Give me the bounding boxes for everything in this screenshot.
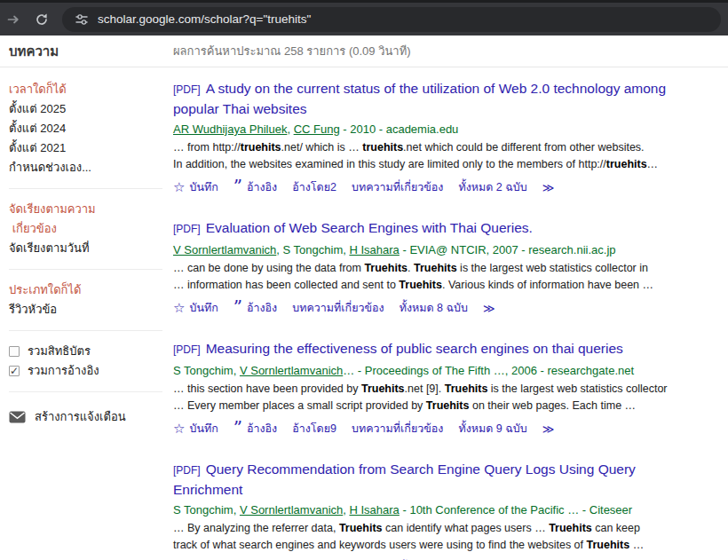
chevrons-icon: ≫ bbox=[542, 422, 554, 436]
author-link[interactable]: CC Fung bbox=[294, 122, 340, 136]
pdf-tag: [PDF] bbox=[173, 83, 201, 96]
checkbox-label: รวมการอ้างอิง bbox=[28, 361, 99, 381]
star-icon: ☆ bbox=[173, 181, 185, 193]
pdf-tag: [PDF] bbox=[173, 343, 201, 356]
result-authors: AR Wudhijaya Philuek, CC Fung - 2010 - a… bbox=[173, 121, 728, 138]
more-options-link[interactable]: ≫ bbox=[542, 422, 554, 436]
all-versions-link[interactable]: ทั้งหมด 8 ฉบับ bbox=[400, 299, 468, 317]
forward-arrow-icon bbox=[6, 12, 20, 27]
result-snippet: … this section have been provided by Tru… bbox=[173, 381, 728, 414]
star-icon: ☆ bbox=[173, 302, 185, 314]
cite-link[interactable]: ”อ้างอิง bbox=[233, 420, 277, 438]
related-articles-link[interactable]: บทความที่เกี่ยวข้อง bbox=[352, 420, 443, 438]
checkbox-include-patents[interactable]: รวมสิทธิบัตร bbox=[9, 342, 173, 361]
action-label: อ้างโดย2 bbox=[292, 178, 336, 196]
sidebar-item-since-2024[interactable]: ตั้งแต่ 2024 bbox=[9, 119, 173, 138]
browser-toolbar: scholar.google.com/scholar?q="truehits" bbox=[0, 0, 728, 35]
action-label: อ้างอิง bbox=[247, 420, 277, 438]
star-icon: ☆ bbox=[173, 422, 185, 435]
pdf-tag: [PDF] bbox=[173, 223, 201, 235]
action-label: บันทึก bbox=[189, 420, 218, 438]
result-snippet: … from http://truehits.net/ which is … t… bbox=[173, 139, 728, 173]
envelope-icon bbox=[9, 411, 26, 423]
create-alert-button[interactable]: สร้างการแจ้งเตือน bbox=[9, 407, 173, 426]
cited-by-link[interactable]: อ้างโดย9 bbox=[292, 420, 336, 438]
result-authors: S Tongchim, V Sornlertlamvanich, H Isaha… bbox=[173, 501, 728, 518]
action-label: อ้างอิง bbox=[247, 299, 277, 317]
url-text: scholar.google.com/scholar?q="truehits" bbox=[98, 12, 311, 26]
sidebar-item-any-type[interactable]: ประเภทใดก็ได้ bbox=[9, 280, 173, 300]
result-title: [PDF]Evaluation of Web Search Engines wi… bbox=[173, 218, 728, 239]
checkbox-label: รวมสิทธิบัตร bbox=[28, 342, 91, 361]
result-authors: V Sornlertlamvanich, S Tongchim, H Isaha… bbox=[173, 241, 728, 258]
sidebar-item-since-2021[interactable]: ตั้งแต่ 2021 bbox=[9, 138, 173, 158]
sidebar-item-sort-relevance[interactable]: จัดเรียงตามความ เกี่ยวข้อง bbox=[9, 200, 173, 239]
forward-button[interactable] bbox=[2, 8, 25, 31]
author-link[interactable]: V Sornlertlamvanich bbox=[240, 364, 343, 377]
url-bar[interactable]: scholar.google.com/scholar?q="truehits" bbox=[62, 7, 721, 32]
site-info-icon[interactable] bbox=[75, 12, 89, 27]
search-result: [PDF]Measuring the effectiveness of publ… bbox=[173, 339, 728, 438]
sidebar-divider bbox=[9, 188, 162, 189]
sidebar-divider bbox=[9, 391, 162, 392]
result-title-link[interactable]: [PDF]Measuring the effectiveness of publ… bbox=[173, 341, 623, 356]
action-label: ทั้งหมด 8 ฉบับ bbox=[400, 299, 468, 317]
pdf-tag: [PDF] bbox=[173, 464, 201, 477]
action-label: ทั้งหมด 2 ฉบับ bbox=[458, 178, 526, 196]
reload-button[interactable] bbox=[30, 8, 53, 31]
related-articles-link[interactable]: บทความที่เกี่ยวข้อง bbox=[352, 178, 443, 196]
filters-sidebar: เวลาใดก็ได้ ตั้งแต่ 2025 ตั้งแต่ 2024 ตั… bbox=[0, 67, 173, 560]
author-link[interactable]: V Sornlertlamvanich bbox=[173, 243, 276, 256]
cite-link[interactable]: ”อ้างอิง bbox=[233, 178, 277, 196]
title-text: Query Recommendation from Search Engine … bbox=[173, 461, 636, 497]
result-title: [PDF]Query Recommendation from Search En… bbox=[173, 460, 728, 499]
result-actions: ☆บันทึก”อ้างอิงอ้างโดย9บทความที่เกี่ยวข้… bbox=[173, 420, 728, 438]
action-label: บันทึก bbox=[189, 178, 218, 196]
search-result: [PDF]Query Recommendation from Search En… bbox=[173, 460, 728, 560]
reload-icon bbox=[35, 12, 49, 27]
sidebar-item-review-articles[interactable]: รีวิวหัวข้อ bbox=[9, 300, 173, 319]
author-link[interactable]: AR Wudhijaya Philuek bbox=[173, 122, 287, 136]
results-stats: ผลการค้นหาประมาณ 258 รายการ (0.09 วินาที… bbox=[173, 42, 411, 60]
cite-link[interactable]: ”อ้างอิง bbox=[233, 299, 277, 317]
quote-icon: ” bbox=[233, 424, 242, 434]
save-link[interactable]: ☆บันทึก bbox=[173, 299, 218, 317]
title-text: Evaluation of Web Search Engines with Th… bbox=[206, 220, 533, 235]
chevrons-icon: ≫ bbox=[483, 302, 495, 315]
sidebar-divider bbox=[9, 330, 162, 331]
result-title-link[interactable]: [PDF]Evaluation of Web Search Engines wi… bbox=[173, 220, 533, 235]
result-title-link[interactable]: [PDF]A study on the current status of th… bbox=[173, 81, 666, 116]
result-title: [PDF]Measuring the effectiveness of publ… bbox=[173, 339, 728, 359]
results-list: [PDF]A study on the current status of th… bbox=[173, 67, 728, 560]
search-result: [PDF]A study on the current status of th… bbox=[173, 79, 728, 196]
save-link[interactable]: ☆บันทึก bbox=[173, 178, 218, 196]
title-text: A study on the current status of the uti… bbox=[173, 81, 666, 116]
quote-icon: ” bbox=[233, 183, 242, 193]
checkbox-icon[interactable] bbox=[9, 346, 20, 357]
more-options-link[interactable]: ≫ bbox=[542, 181, 554, 194]
sidebar-item-since-2025[interactable]: ตั้งแต่ 2025 bbox=[9, 99, 173, 119]
sidebar-item-sort-date[interactable]: จัดเรียงตามวันที่ bbox=[9, 239, 173, 258]
action-label: อ้างโดย9 bbox=[292, 420, 336, 438]
results-header: บทความ ผลการค้นหาประมาณ 258 รายการ (0.09… bbox=[0, 35, 728, 67]
more-options-link[interactable]: ≫ bbox=[483, 302, 495, 315]
author-link[interactable]: V Sornlertlamvanich bbox=[240, 503, 343, 517]
result-authors: S Tongchim, V Sornlertlamvanich… - Proce… bbox=[173, 362, 728, 379]
author-link[interactable]: H Isahara bbox=[349, 503, 399, 517]
action-label: บทความที่เกี่ยวข้อง bbox=[352, 178, 443, 196]
sidebar-item-custom-range[interactable]: กำหนดช่วงเอง... bbox=[9, 158, 173, 177]
sidebar-item-anytime[interactable]: เวลาใดก็ได้ bbox=[9, 80, 173, 99]
all-versions-link[interactable]: ทั้งหมด 9 ฉบับ bbox=[458, 420, 526, 438]
create-alert-label: สร้างการแจ้งเตือน bbox=[35, 407, 126, 426]
save-link[interactable]: ☆บันทึก bbox=[173, 420, 218, 438]
cited-by-link[interactable]: อ้างโดย2 bbox=[292, 178, 336, 196]
checkbox-include-citations[interactable]: ✓ รวมการอ้างอิง bbox=[9, 361, 173, 381]
author-link[interactable]: H Isahara bbox=[349, 243, 399, 256]
action-label: อ้างอิง bbox=[247, 178, 277, 196]
result-snippet: … By analyzing the referrer data, Truehi… bbox=[173, 520, 728, 554]
checkbox-icon[interactable]: ✓ bbox=[9, 366, 20, 376]
related-articles-link[interactable]: บทความที่เกี่ยวข้อง bbox=[292, 299, 384, 317]
articles-label: บทความ bbox=[0, 41, 173, 62]
result-title-link[interactable]: [PDF]Query Recommendation from Search En… bbox=[173, 461, 636, 497]
all-versions-link[interactable]: ทั้งหมด 2 ฉบับ bbox=[458, 178, 526, 196]
